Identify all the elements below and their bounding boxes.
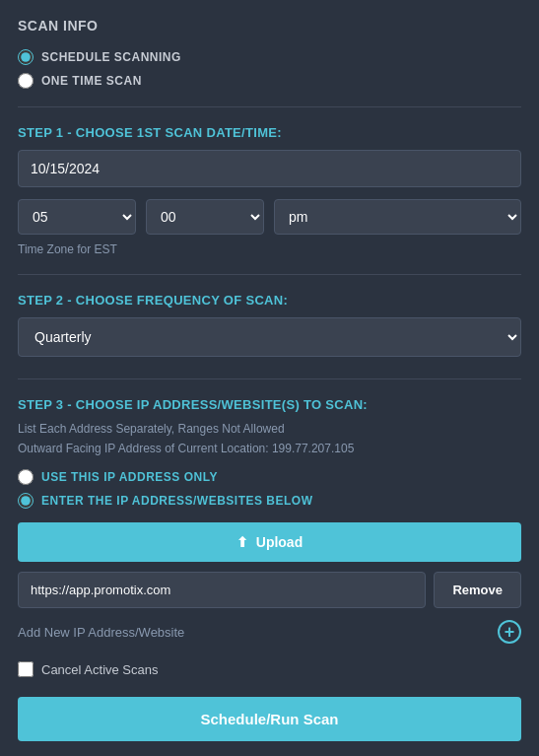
use-ip-only-label: Use this IP Address ONLY <box>41 470 218 484</box>
ip-radio-section: Use this IP Address ONLY Enter the IP Ad… <box>18 469 521 509</box>
one-time-scan-radio[interactable] <box>18 73 34 89</box>
divider-3 <box>18 378 521 379</box>
remove-button[interactable]: Remove <box>434 572 521 608</box>
main-container: SCAN INFO SCHEDULE SCANNING ONE TIME SCA… <box>0 0 539 756</box>
schedule-scanning-label: SCHEDULE SCANNING <box>41 50 181 64</box>
hour-select[interactable]: 01 02 03 04 05 06 07 08 09 10 11 12 <box>18 199 136 235</box>
schedule-run-scan-button[interactable]: Schedule/Run Scan <box>18 697 521 741</box>
cancel-scans-row: Cancel Active Scans <box>18 661 521 677</box>
add-new-row: Add New IP Address/Website + <box>18 618 521 646</box>
cancel-scans-checkbox[interactable] <box>18 661 34 677</box>
add-new-label: Add New IP Address/Website <box>18 625 184 640</box>
use-ip-only-radio[interactable] <box>18 469 34 485</box>
add-icon[interactable]: + <box>498 620 521 644</box>
enter-below-option[interactable]: Enter the IP Address/Websites below <box>18 493 521 509</box>
enter-below-radio[interactable] <box>18 493 34 509</box>
ip-input[interactable] <box>18 572 426 608</box>
schedule-scanning-option[interactable]: SCHEDULE SCANNING <box>18 49 521 65</box>
time-row: 01 02 03 04 05 06 07 08 09 10 11 12 00 1… <box>18 199 521 235</box>
minute-select[interactable]: 00 15 30 45 <box>146 199 264 235</box>
add-plus-symbol: + <box>505 623 515 641</box>
ip-info: Outward Facing IP Address of Current Loc… <box>18 442 521 455</box>
date-input[interactable] <box>18 150 521 187</box>
step1-label: STEP 1 - CHOOSE 1ST SCAN DATE/TIME: <box>18 125 521 140</box>
step2-label: STEP 2 - CHOOSE FREQUENCY OF SCAN: <box>18 293 521 308</box>
divider-1 <box>18 106 521 107</box>
page-title: SCAN INFO <box>18 18 521 34</box>
divider-2 <box>18 274 521 275</box>
step3-label: STEP 3 - CHOOSE IP ADDRESS/WEBSITE(S) TO… <box>18 397 521 412</box>
upload-button[interactable]: ⬆ Upload <box>18 522 521 562</box>
upload-button-label: Upload <box>256 534 303 550</box>
ip-entry-row: Remove <box>18 572 521 608</box>
one-time-scan-label: ONE TIME SCAN <box>41 74 142 88</box>
upload-icon: ⬆ <box>236 534 248 550</box>
scan-type-group: SCHEDULE SCANNING ONE TIME SCAN <box>18 49 521 89</box>
schedule-scanning-radio[interactable] <box>18 49 34 65</box>
enter-below-label: Enter the IP Address/Websites below <box>41 494 313 508</box>
ampm-select[interactable]: am pm <box>274 199 521 235</box>
frequency-select[interactable]: Daily Weekly Monthly Quarterly Annually <box>18 317 521 357</box>
one-time-scan-option[interactable]: ONE TIME SCAN <box>18 73 521 89</box>
cancel-scans-label: Cancel Active Scans <box>41 662 159 677</box>
timezone-text: Time Zone for EST <box>18 242 521 256</box>
use-ip-only-option[interactable]: Use this IP Address ONLY <box>18 469 521 485</box>
step3-desc: List Each Address Separately, Ranges Not… <box>18 422 521 436</box>
